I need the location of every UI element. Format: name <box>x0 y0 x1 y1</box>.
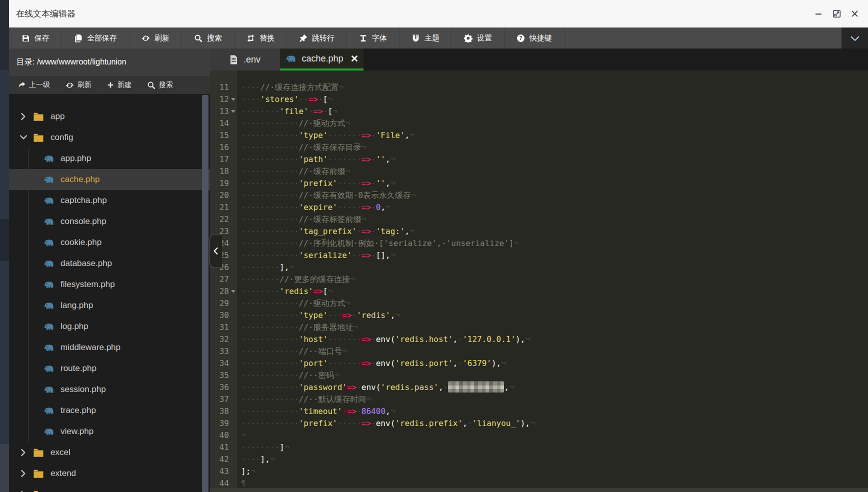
minimize-button[interactable] <box>813 8 824 20</box>
tree-item-app[interactable]: app <box>9 106 210 127</box>
line-number: 34 <box>210 358 237 370</box>
code-line[interactable]: 41········]¬ <box>210 442 868 454</box>
horizontal-scrollbar[interactable] <box>210 488 868 492</box>
tree-item-console.php[interactable]: console.php <box>9 211 210 232</box>
code-line[interactable]: 29············//·驱动方式¬ <box>210 298 868 310</box>
tree-item-extend[interactable]: extend <box>9 463 210 484</box>
toolbar-theme-button[interactable]: 主题 <box>400 28 452 48</box>
tree-item-view.php[interactable]: view.php <box>9 421 210 442</box>
code-line[interactable]: 43];¬ <box>210 466 868 478</box>
fold-arrow-icon[interactable] <box>229 110 237 113</box>
tree-item-excel[interactable]: excel <box>9 442 210 463</box>
code-line[interactable]: 40¬ <box>210 430 868 442</box>
sidebar-collapse-handle[interactable] <box>209 234 222 268</box>
code-line[interactable]: 16············//·缓存保存目录¬ <box>210 142 868 154</box>
toolbar-refresh-button[interactable]: 刷新 <box>130 28 182 48</box>
code-line[interactable]: 26········],¬ <box>210 262 868 274</box>
code-line[interactable]: 35············//··密码¬ <box>210 370 868 382</box>
chevron-down-icon <box>850 33 860 43</box>
chevron-down-icon[interactable] <box>20 134 27 141</box>
tree-up-level-button[interactable]: 上一级 <box>12 80 56 90</box>
folder-icon <box>33 448 44 458</box>
toolbar-save-button[interactable]: 保存 <box>9 28 62 48</box>
code-line[interactable]: 22············//·缓存标签前缀¬ <box>210 214 868 226</box>
code-line[interactable]: 38············'timeout'·=>·86400,¬ <box>210 406 868 418</box>
toolbar-save-all-button[interactable]: 全部保存 <box>62 28 130 48</box>
tree-item-label: config <box>50 132 73 142</box>
tree-search-button[interactable]: 搜索 <box>140 80 180 90</box>
tree-item-cookie.php[interactable]: cookie.php <box>9 232 210 253</box>
toolbar-goto-line-button[interactable]: 跳转行 <box>287 28 347 48</box>
tree-item-cache.php[interactable]: cache.php <box>9 169 210 190</box>
folder-icon <box>33 469 44 478</box>
toolbar-more-button[interactable] <box>842 28 868 48</box>
tree-item-session.php[interactable]: session.php <box>9 379 210 400</box>
tab-.env[interactable]: .env <box>210 48 280 70</box>
code-line[interactable]: 12····'stores'··=>·[¬ <box>210 94 868 106</box>
code-line[interactable]: 34············'port'·······=>·env('redis… <box>210 358 868 370</box>
code-line[interactable]: 13········'file'·=>·[¬ <box>210 106 868 118</box>
toolbar-font-button[interactable]: 字体 <box>347 28 400 48</box>
toolbar-settings-button[interactable]: 设置 <box>452 28 504 48</box>
chevron-right-icon[interactable] <box>20 113 27 120</box>
fold-arrow-icon[interactable] <box>229 290 237 293</box>
tree-item-app.php[interactable]: app.php <box>9 148 210 169</box>
tree-item-captcha.php[interactable]: captcha.php <box>9 190 210 211</box>
code-line[interactable]: 33············//··端口号¬ <box>210 346 868 358</box>
code-line[interactable]: 21············'expire'·····=>·0,¬ <box>210 202 868 214</box>
code-line[interactable]: 19············'prefix'·····=>·'',¬ <box>210 178 868 190</box>
code-area[interactable]: 11····//·缓存连接方式配置¬12····'stores'··=>·[¬1… <box>210 70 868 492</box>
tree-item-filesystem.php[interactable]: filesystem.php <box>9 274 210 295</box>
code-line[interactable]: 14············//·驱动方式¬ <box>210 118 868 130</box>
code-line[interactable]: 32············'host'·······=>·env('redis… <box>210 334 868 346</box>
chevron-right-icon[interactable] <box>20 449 27 456</box>
code-line[interactable]: 24············//·序列化机制·例如·['serialize',·… <box>210 238 868 250</box>
code-line[interactable]: 15············'type'·······=>·'File',¬ <box>210 130 868 142</box>
toolbar-button-label: 保存 <box>34 34 50 43</box>
toolbar-replace-button[interactable]: 替换 <box>234 28 287 48</box>
code-line[interactable]: 25············'serialize'··=>·[],¬ <box>210 250 868 262</box>
tree-item-partial[interactable] <box>9 484 210 492</box>
chevron-right-icon[interactable] <box>20 470 27 477</box>
tree-plus-button[interactable]: 新建 <box>100 80 138 90</box>
code-line[interactable]: 18············//·缓存前缀¬ <box>210 166 868 178</box>
directory-path-label: 目录: /www/wwwroot/lightunion <box>16 57 126 68</box>
toolbar-hotkeys-button[interactable]: ?快捷键 <box>504 28 564 48</box>
line-number: 41 <box>210 442 237 454</box>
tree-item-middleware.php[interactable]: middleware.php <box>9 337 210 358</box>
code-line[interactable]: 23············'tag_prefix'·=>·'tag:',¬ <box>210 226 868 238</box>
code-line[interactable]: 30············'type'···=>·'redis',¬ <box>210 310 868 322</box>
window-title: 在线文本编辑器 <box>9 8 76 20</box>
fold-arrow-icon[interactable] <box>229 98 237 101</box>
code-line[interactable]: 28········'redis'=>[¬ <box>210 286 868 298</box>
tree-item-database.php[interactable]: database.php <box>9 253 210 274</box>
code-line[interactable]: 37············//··默认缓存时间¬ <box>210 394 868 406</box>
toolbar-search-button[interactable]: 搜索 <box>182 28 234 48</box>
tree-refresh-button[interactable]: 刷新 <box>59 80 98 90</box>
tree-item-route.php[interactable]: route.php <box>9 358 210 379</box>
tree-item-label: database.php <box>60 258 112 268</box>
tab-close-button[interactable] <box>350 54 358 62</box>
code-line[interactable]: 17············'path'·······=>·'',¬ <box>210 154 868 166</box>
toolbar-button-label: 搜索 <box>207 34 222 43</box>
chevron-left-icon <box>213 248 218 254</box>
main-toolbar: 保存全部保存刷新搜索替换跳转行字体主题设置?快捷键 <box>9 28 868 48</box>
line-number: 12 <box>210 94 237 106</box>
code-line[interactable]: 36············'password'=>·env('redis.pa… <box>210 382 868 394</box>
tree-item-config[interactable]: config <box>9 127 210 148</box>
code-line[interactable]: 20············//·缓存有效期·0表示永久缓存¬ <box>210 190 868 202</box>
tree-item-log.php[interactable]: log.php <box>9 316 210 337</box>
code-line[interactable]: 42····],¬ <box>210 454 868 466</box>
tree-item-trace.php[interactable]: trace.php <box>9 400 210 421</box>
code-line[interactable]: 31············//·服务器地址¬ <box>210 322 868 334</box>
tree-item-lang.php[interactable]: lang.php <box>9 295 210 316</box>
maximize-button[interactable] <box>831 8 842 20</box>
tree-item-label: app <box>50 112 64 122</box>
tree-item-label: route.php <box>60 364 96 374</box>
sidebar-scrollbar[interactable] <box>202 95 208 492</box>
code-line[interactable]: 39············'prefix'·····=>·env('redis… <box>210 418 868 430</box>
code-line[interactable]: 27········//·更多的缓存连接¬ <box>210 274 868 286</box>
tab-cache.php[interactable]: cache.php <box>280 48 364 70</box>
code-line[interactable]: 11····//·缓存连接方式配置¬ <box>210 82 868 94</box>
close-button[interactable] <box>849 8 860 20</box>
